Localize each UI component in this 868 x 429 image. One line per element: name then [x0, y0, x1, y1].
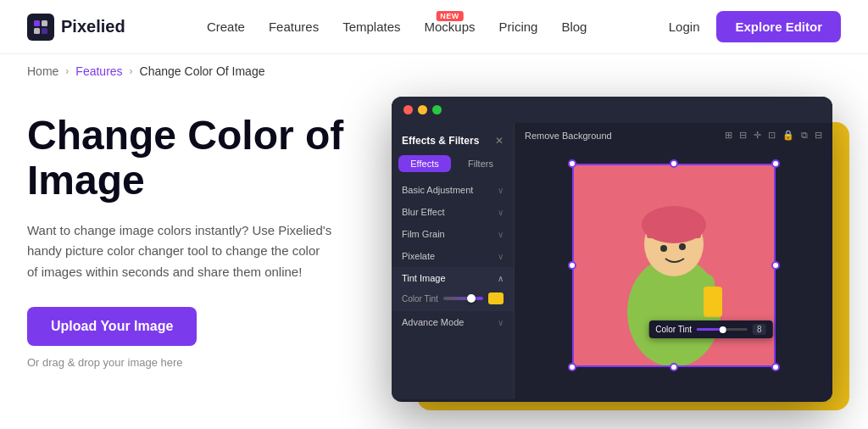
breadcrumb-sep-2: ›: [130, 65, 133, 77]
main-content: Change Color of Image Want to change ima…: [0, 88, 868, 419]
window-dot-yellow: [418, 105, 427, 114]
window-titlebar: [392, 97, 832, 123]
breadcrumb: Home › Features › Change Color Of Image: [0, 54, 868, 88]
canvas-area: Remove Background ⊞ ⊟ ✛ ⊡ 🔒 ⧉ ⊟: [515, 123, 832, 399]
window-dot-red: [403, 105, 413, 114]
explore-editor-button[interactable]: Explore Editor: [716, 11, 841, 42]
main-nav: Create Features Templates Mockups NEW Pr…: [207, 20, 587, 34]
panel-item-film[interactable]: Film Grain ∨: [392, 223, 514, 245]
handle-top-right[interactable]: [771, 159, 780, 168]
nav-mockups[interactable]: Mockups NEW: [425, 20, 476, 34]
panel-item-blur[interactable]: Blur Effect ∨: [392, 201, 514, 223]
window-body: Effects & Filters ✕ Effects Filters Basi…: [392, 123, 832, 399]
panel-item-basic[interactable]: Basic Adjustment ∨: [392, 179, 514, 201]
canvas-icon-crop[interactable]: ⊡: [768, 130, 776, 141]
hero-title: Change Color of Image: [27, 114, 358, 203]
handle-bottom-left[interactable]: [568, 363, 576, 371]
color-tint-slider[interactable]: [443, 297, 483, 300]
header-right: Login Explore Editor: [669, 11, 841, 42]
upload-button[interactable]: Upload Your Image: [27, 307, 197, 346]
handle-mid-right[interactable]: [771, 261, 780, 270]
canvas-icon-copy[interactable]: ⧉: [801, 130, 808, 141]
canvas-icons: ⊞ ⊟ ✛ ⊡ 🔒 ⧉ ⊟: [725, 130, 822, 141]
logo-text: Pixelied: [61, 17, 125, 36]
panel-title: Effects & Filters: [402, 135, 479, 147]
panel-header: Effects & Filters ✕: [392, 131, 514, 155]
tooltip-slider-thumb: [720, 326, 726, 333]
panel-close-icon[interactable]: ✕: [495, 135, 504, 147]
color-tint-row: Color Tint: [392, 289, 514, 311]
tab-filters[interactable]: Filters: [454, 155, 507, 172]
canvas-content: Color Tint 8: [521, 146, 826, 385]
tooltip-slider-fill: [697, 328, 722, 331]
breadcrumb-home[interactable]: Home: [27, 64, 58, 78]
app-preview: Effects & Filters ✕ Effects Filters Basi…: [392, 97, 841, 402]
tooltip-value: 8: [753, 324, 766, 335]
tooltip-slider[interactable]: [697, 328, 748, 331]
handle-top-mid[interactable]: [670, 159, 678, 168]
tooltip-label: Color Tint: [655, 325, 692, 334]
new-badge: NEW: [436, 11, 464, 21]
canvas-icon-delete[interactable]: ⊟: [815, 130, 822, 141]
svg-rect-1: [42, 20, 47, 26]
tint-image-section: Tint Image ∧ Color Tint: [392, 267, 514, 311]
color-swatch[interactable]: [488, 292, 504, 304]
svg-rect-2: [34, 28, 40, 34]
logo-area: Pixelied: [27, 14, 125, 41]
color-tint-tooltip: Color Tint 8: [648, 320, 772, 338]
window-dot-green: [432, 105, 442, 114]
svg-rect-3: [42, 28, 47, 34]
handle-mid-left[interactable]: [568, 261, 576, 270]
panel-item-advance[interactable]: Advance Mode ∨: [392, 311, 514, 333]
effects-panel: Effects & Filters ✕ Effects Filters Basi…: [392, 123, 515, 399]
handle-top-left[interactable]: [568, 159, 576, 168]
panel-tabs: Effects Filters: [392, 155, 514, 179]
nav-blog[interactable]: Blog: [561, 20, 587, 34]
tab-effects[interactable]: Effects: [398, 155, 451, 172]
svg-rect-0: [34, 20, 40, 26]
canvas-toolbar: Remove Background ⊞ ⊟ ✛ ⊡ 🔒 ⧉ ⊟: [521, 130, 826, 141]
breadcrumb-current: Change Color Of Image: [140, 64, 265, 78]
color-tint-label: Color Tint: [402, 294, 438, 304]
logo-icon: [27, 14, 54, 41]
breadcrumb-sep-1: ›: [65, 65, 69, 77]
canvas-icon-lock[interactable]: 🔒: [782, 130, 794, 141]
header: Pixelied Create Features Templates Mocku…: [0, 0, 868, 54]
login-button[interactable]: Login: [669, 20, 700, 34]
nav-templates[interactable]: Templates: [342, 20, 400, 34]
app-window: Effects & Filters ✕ Effects Filters Basi…: [392, 97, 832, 402]
canvas-label: Remove Background: [525, 131, 612, 141]
canvas-icon-layers[interactable]: ⊟: [739, 130, 747, 141]
panel-item-pixelate[interactable]: Pixelate ∨: [392, 245, 514, 267]
canvas-icon-move[interactable]: ✛: [754, 130, 761, 141]
nav-create[interactable]: Create: [207, 20, 245, 34]
nav-pricing[interactable]: Pricing: [499, 20, 538, 34]
drag-drop-text: Or drag & drop your image here: [27, 356, 358, 369]
handle-bottom-right[interactable]: [771, 363, 780, 371]
canvas-icon-grid[interactable]: ⊞: [725, 130, 732, 141]
left-content: Change Color of Image Want to change ima…: [27, 105, 358, 369]
slider-thumb: [467, 294, 476, 303]
breadcrumb-features[interactable]: Features: [75, 64, 122, 78]
nav-features[interactable]: Features: [269, 20, 319, 34]
hero-description: Want to change image colors instantly? U…: [27, 220, 332, 283]
handle-bottom-mid[interactable]: [670, 363, 678, 371]
panel-item-tint[interactable]: Tint Image ∧: [392, 267, 514, 289]
